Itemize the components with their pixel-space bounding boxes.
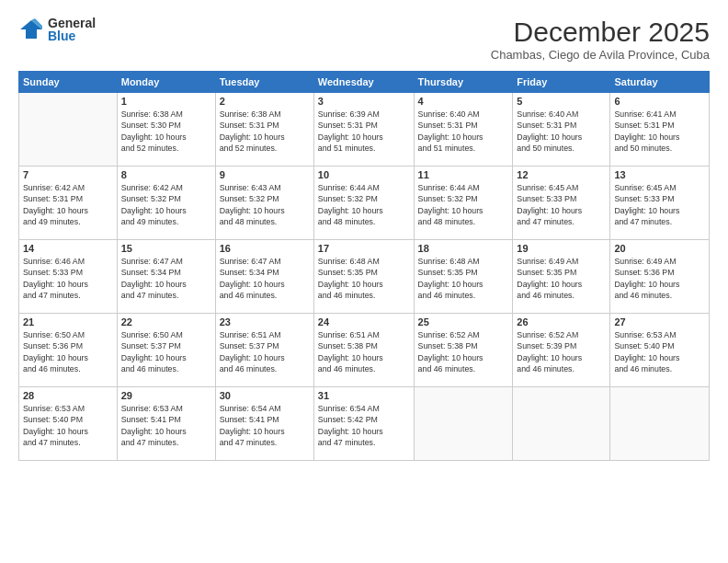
day-number: 16 (220, 243, 310, 254)
day-number: 6 (614, 96, 705, 107)
month-title: December 2025 (491, 17, 710, 48)
logo-text: General Blue (48, 17, 96, 42)
day-info: Sunrise: 6:47 AM Sunset: 5:34 PM Dayligh… (220, 256, 310, 301)
day-number: 17 (318, 243, 410, 254)
calendar-header-thursday: Thursday (414, 72, 513, 93)
day-info: Sunrise: 6:42 AM Sunset: 5:32 PM Dayligh… (121, 182, 211, 227)
calendar-cell: 21Sunrise: 6:50 AM Sunset: 5:36 PM Dayli… (19, 314, 118, 387)
calendar-cell: 27Sunrise: 6:53 AM Sunset: 5:40 PM Dayli… (610, 314, 710, 387)
calendar-header-friday: Friday (513, 72, 610, 93)
day-info: Sunrise: 6:53 AM Sunset: 5:41 PM Dayligh… (121, 403, 211, 448)
day-info: Sunrise: 6:54 AM Sunset: 5:42 PM Dayligh… (318, 403, 410, 448)
logo-general: General (48, 17, 96, 29)
day-number: 14 (23, 243, 113, 254)
calendar-cell: 1Sunrise: 6:38 AM Sunset: 5:30 PM Daylig… (117, 93, 215, 167)
day-number: 20 (614, 243, 705, 254)
day-info: Sunrise: 6:42 AM Sunset: 5:31 PM Dayligh… (23, 182, 113, 227)
calendar-cell: 24Sunrise: 6:51 AM Sunset: 5:38 PM Dayli… (313, 314, 414, 387)
day-info: Sunrise: 6:38 AM Sunset: 5:30 PM Dayligh… (121, 109, 211, 154)
calendar-cell: 17Sunrise: 6:48 AM Sunset: 5:35 PM Dayli… (313, 240, 414, 314)
day-info: Sunrise: 6:40 AM Sunset: 5:31 PM Dayligh… (517, 109, 606, 154)
day-number: 9 (220, 169, 310, 180)
calendar-header-monday: Monday (117, 72, 215, 93)
calendar-cell: 7Sunrise: 6:42 AM Sunset: 5:31 PM Daylig… (19, 167, 118, 240)
day-number: 28 (23, 390, 113, 401)
calendar-cell: 9Sunrise: 6:43 AM Sunset: 5:32 PM Daylig… (215, 167, 313, 240)
calendar-cell: 10Sunrise: 6:44 AM Sunset: 5:32 PM Dayli… (313, 167, 414, 240)
day-number: 12 (517, 169, 606, 180)
location: Chambas, Ciego de Avila Province, Cuba (491, 48, 710, 62)
day-info: Sunrise: 6:52 AM Sunset: 5:39 PM Dayligh… (517, 329, 606, 374)
calendar-cell: 23Sunrise: 6:51 AM Sunset: 5:37 PM Dayli… (215, 314, 313, 387)
calendar-cell: 18Sunrise: 6:48 AM Sunset: 5:35 PM Dayli… (414, 240, 513, 314)
calendar-header-saturday: Saturday (610, 72, 710, 93)
day-number: 1 (121, 96, 211, 107)
day-number: 8 (121, 169, 211, 180)
day-info: Sunrise: 6:45 AM Sunset: 5:33 PM Dayligh… (614, 182, 705, 227)
day-number: 30 (220, 390, 310, 401)
calendar-week-3: 14Sunrise: 6:46 AM Sunset: 5:33 PM Dayli… (19, 240, 710, 314)
calendar-cell: 22Sunrise: 6:50 AM Sunset: 5:37 PM Dayli… (117, 314, 215, 387)
calendar-cell: 19Sunrise: 6:49 AM Sunset: 5:35 PM Dayli… (513, 240, 610, 314)
day-info: Sunrise: 6:49 AM Sunset: 5:36 PM Dayligh… (614, 256, 705, 301)
day-info: Sunrise: 6:50 AM Sunset: 5:37 PM Dayligh… (121, 329, 211, 374)
calendar-cell: 12Sunrise: 6:45 AM Sunset: 5:33 PM Dayli… (513, 167, 610, 240)
calendar-header-tuesday: Tuesday (215, 72, 313, 93)
day-info: Sunrise: 6:40 AM Sunset: 5:31 PM Dayligh… (418, 109, 509, 154)
day-info: Sunrise: 6:51 AM Sunset: 5:38 PM Dayligh… (318, 329, 410, 374)
calendar-cell (610, 387, 710, 461)
calendar-header-row: SundayMondayTuesdayWednesdayThursdayFrid… (19, 72, 710, 93)
day-info: Sunrise: 6:38 AM Sunset: 5:31 PM Dayligh… (220, 109, 310, 154)
header: General Blue December 2025 Chambas, Cieg… (18, 17, 710, 62)
calendar-cell: 16Sunrise: 6:47 AM Sunset: 5:34 PM Dayli… (215, 240, 313, 314)
calendar-cell: 26Sunrise: 6:52 AM Sunset: 5:39 PM Dayli… (513, 314, 610, 387)
calendar-header-sunday: Sunday (19, 72, 118, 93)
calendar-cell: 25Sunrise: 6:52 AM Sunset: 5:38 PM Dayli… (414, 314, 513, 387)
day-info: Sunrise: 6:45 AM Sunset: 5:33 PM Dayligh… (517, 182, 606, 227)
calendar-cell: 2Sunrise: 6:38 AM Sunset: 5:31 PM Daylig… (215, 93, 313, 167)
calendar-cell: 3Sunrise: 6:39 AM Sunset: 5:31 PM Daylig… (313, 93, 414, 167)
day-number: 3 (318, 96, 410, 107)
title-block: December 2025 Chambas, Ciego de Avila Pr… (491, 17, 710, 62)
day-info: Sunrise: 6:47 AM Sunset: 5:34 PM Dayligh… (121, 256, 211, 301)
day-info: Sunrise: 6:48 AM Sunset: 5:35 PM Dayligh… (318, 256, 410, 301)
day-info: Sunrise: 6:48 AM Sunset: 5:35 PM Dayligh… (418, 256, 509, 301)
calendar: SundayMondayTuesdayWednesdayThursdayFrid… (18, 71, 710, 461)
calendar-week-4: 21Sunrise: 6:50 AM Sunset: 5:36 PM Dayli… (19, 314, 710, 387)
calendar-cell: 20Sunrise: 6:49 AM Sunset: 5:36 PM Dayli… (610, 240, 710, 314)
day-info: Sunrise: 6:43 AM Sunset: 5:32 PM Dayligh… (220, 182, 310, 227)
day-number: 19 (517, 243, 606, 254)
calendar-cell: 5Sunrise: 6:40 AM Sunset: 5:31 PM Daylig… (513, 93, 610, 167)
calendar-cell: 29Sunrise: 6:53 AM Sunset: 5:41 PM Dayli… (117, 387, 215, 461)
day-number: 22 (121, 316, 211, 327)
day-number: 2 (220, 96, 310, 107)
day-info: Sunrise: 6:39 AM Sunset: 5:31 PM Dayligh… (318, 109, 410, 154)
day-number: 25 (418, 316, 509, 327)
calendar-cell: 4Sunrise: 6:40 AM Sunset: 5:31 PM Daylig… (414, 93, 513, 167)
calendar-cell: 14Sunrise: 6:46 AM Sunset: 5:33 PM Dayli… (19, 240, 118, 314)
calendar-cell: 28Sunrise: 6:53 AM Sunset: 5:40 PM Dayli… (19, 387, 118, 461)
day-number: 18 (418, 243, 509, 254)
day-number: 4 (418, 96, 509, 107)
calendar-cell: 8Sunrise: 6:42 AM Sunset: 5:32 PM Daylig… (117, 167, 215, 240)
day-info: Sunrise: 6:44 AM Sunset: 5:32 PM Dayligh… (318, 182, 410, 227)
day-info: Sunrise: 6:51 AM Sunset: 5:37 PM Dayligh… (220, 329, 310, 374)
calendar-week-5: 28Sunrise: 6:53 AM Sunset: 5:40 PM Dayli… (19, 387, 710, 461)
day-info: Sunrise: 6:50 AM Sunset: 5:36 PM Dayligh… (23, 329, 113, 374)
day-number: 7 (23, 169, 113, 180)
calendar-cell (513, 387, 610, 461)
day-number: 31 (318, 390, 410, 401)
logo-icon (18, 17, 44, 42)
calendar-header-wednesday: Wednesday (313, 72, 414, 93)
calendar-cell: 11Sunrise: 6:44 AM Sunset: 5:32 PM Dayli… (414, 167, 513, 240)
day-info: Sunrise: 6:46 AM Sunset: 5:33 PM Dayligh… (23, 256, 113, 301)
day-info: Sunrise: 6:52 AM Sunset: 5:38 PM Dayligh… (418, 329, 509, 374)
day-number: 5 (517, 96, 606, 107)
day-info: Sunrise: 6:41 AM Sunset: 5:31 PM Dayligh… (614, 109, 705, 154)
page: General Blue December 2025 Chambas, Cieg… (0, 0, 728, 563)
calendar-cell: 15Sunrise: 6:47 AM Sunset: 5:34 PM Dayli… (117, 240, 215, 314)
day-info: Sunrise: 6:44 AM Sunset: 5:32 PM Dayligh… (418, 182, 509, 227)
calendar-week-1: 1Sunrise: 6:38 AM Sunset: 5:30 PM Daylig… (19, 93, 710, 167)
day-number: 10 (318, 169, 410, 180)
calendar-cell: 13Sunrise: 6:45 AM Sunset: 5:33 PM Dayli… (610, 167, 710, 240)
